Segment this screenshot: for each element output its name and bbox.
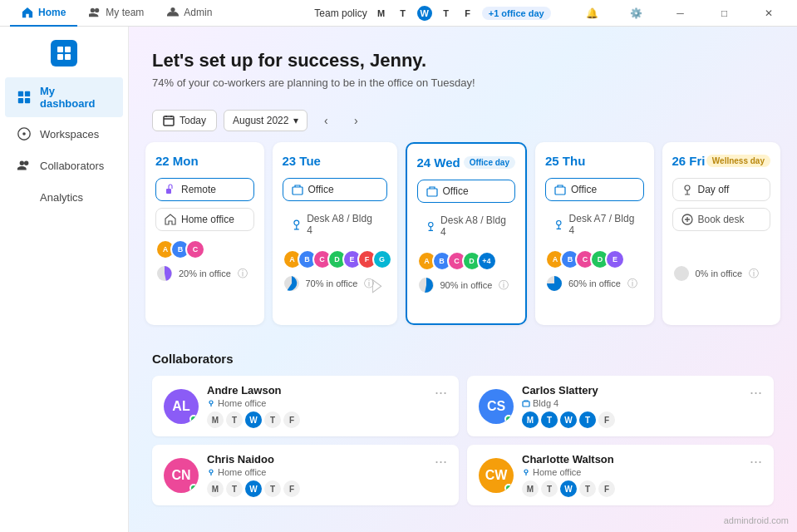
watermark: admindroid.com bbox=[724, 515, 789, 525]
main-content: Let's set up for success, Jenny. 74% of … bbox=[129, 27, 797, 532]
notification-icon[interactable]: 🔔 bbox=[573, 0, 611, 27]
cursor-icon-tue: ▷ bbox=[371, 274, 381, 296]
svg-point-25 bbox=[209, 401, 213, 404]
day-T-carlos: T bbox=[541, 411, 558, 428]
location-office-tue[interactable]: Office bbox=[283, 178, 387, 201]
pct-label-wed: 90% in office bbox=[440, 280, 493, 290]
settings-icon[interactable]: ⚙️ bbox=[617, 0, 655, 27]
day-label-thu: 25 Thu bbox=[545, 154, 585, 168]
tab-myteam[interactable]: My team bbox=[77, 0, 155, 27]
avatars-mon: A B C bbox=[155, 239, 254, 259]
day-T2-charlotte: T bbox=[579, 480, 596, 497]
sidebar-item-collaborators[interactable]: Collaborators bbox=[5, 150, 123, 180]
location-icon-carlos bbox=[522, 399, 530, 407]
svg-point-27 bbox=[209, 470, 213, 473]
book-desk-fri[interactable]: Book desk bbox=[672, 208, 771, 231]
day-F-charlotte: F bbox=[598, 480, 615, 497]
day-T-charlotte: T bbox=[541, 480, 558, 497]
minimize-button[interactable]: ─ bbox=[662, 0, 699, 27]
svg-rect-7 bbox=[25, 98, 30, 103]
avatar-carlos: CS bbox=[479, 389, 514, 424]
tab-home[interactable]: Home bbox=[10, 0, 77, 27]
day-header-tue: 23 Tue bbox=[283, 154, 387, 168]
more-options-charlotte[interactable]: ··· bbox=[750, 453, 762, 470]
policy-label: Team policy bbox=[314, 7, 367, 19]
collab-name-andre: Andre Lawson bbox=[207, 384, 426, 397]
wellness-day-badge-fri: Wellness day bbox=[706, 155, 770, 167]
sidebar-item-workspaces[interactable]: Workspaces bbox=[5, 119, 123, 149]
tab-home-label: Home bbox=[38, 7, 66, 18]
day-card-mon: 22 Mon Remote Home office A B C bbox=[145, 142, 264, 325]
svg-point-17 bbox=[428, 222, 432, 226]
day-M-charlotte: M bbox=[522, 480, 539, 497]
location-home-office[interactable]: Home office bbox=[155, 208, 254, 231]
page-subtitle: 74% of your co-workers are planning to b… bbox=[152, 76, 774, 89]
day-num-tue: 23 bbox=[283, 154, 297, 168]
info-icon-wed[interactable]: ⓘ bbox=[499, 278, 509, 293]
today-button[interactable]: Today bbox=[152, 110, 217, 131]
tab-admin[interactable]: Admin bbox=[155, 0, 224, 27]
location-icon-charlotte bbox=[522, 468, 530, 476]
svg-point-28 bbox=[524, 470, 528, 473]
day-T-chris: T bbox=[226, 480, 243, 497]
app-logo bbox=[51, 40, 77, 66]
month-selector[interactable]: August 2022 ▾ bbox=[224, 110, 307, 131]
day-W-andre: W bbox=[245, 411, 262, 428]
info-icon-mon[interactable]: ⓘ bbox=[238, 267, 248, 281]
chevron-down-icon: ▾ bbox=[293, 115, 298, 126]
avatar-andre: AL bbox=[164, 389, 199, 424]
svg-rect-10 bbox=[164, 116, 174, 126]
location-dayoff-fri[interactable]: Day off bbox=[672, 178, 771, 201]
office-pct-fri: 0% in office ⓘ bbox=[672, 264, 771, 283]
sidebar-item-analytics[interactable]: Analytics bbox=[5, 182, 123, 212]
collab-card-andre: AL Andre Lawson Home office M T W bbox=[152, 376, 459, 436]
sidebar-item-dashboard[interactable]: My dashboard bbox=[5, 77, 123, 117]
tab-myteam-label: My team bbox=[106, 7, 144, 18]
location-office-thu[interactable]: Office bbox=[545, 178, 644, 201]
svg-point-20 bbox=[557, 220, 561, 224]
day-T2: T bbox=[439, 6, 454, 21]
sidebar-workspaces-label: Workspaces bbox=[40, 128, 99, 140]
collab-card-charlotte: CW Charlotte Waltson Home office M T W bbox=[467, 445, 774, 505]
day-M: M bbox=[374, 6, 389, 21]
office-pct-wed: 90% in office ⓘ bbox=[417, 276, 516, 294]
day-card-thu: 25 Thu Office Desk A7 / Bldg 4 A B C D E bbox=[535, 142, 654, 325]
collab-loc-andre: Home office bbox=[207, 398, 426, 408]
day-M-chris: M bbox=[207, 480, 224, 497]
avatar-chris: CN bbox=[164, 458, 199, 493]
day-W-charlotte: W bbox=[560, 480, 577, 497]
collab-loc-charlotte: Home office bbox=[522, 467, 741, 477]
avatar-count-wed: +4 bbox=[477, 251, 497, 271]
collab-name-carlos: Carlos Slattery bbox=[522, 384, 741, 397]
more-options-chris[interactable]: ··· bbox=[435, 453, 447, 470]
more-options-andre[interactable]: ··· bbox=[435, 384, 447, 401]
info-icon-thu[interactable]: ⓘ bbox=[627, 277, 637, 291]
location-office-wed[interactable]: Office bbox=[417, 180, 516, 203]
collab-days-chris: M T W T F bbox=[207, 480, 426, 497]
prev-arrow[interactable]: ‹ bbox=[314, 109, 337, 132]
collab-days-carlos: M T W T F bbox=[522, 411, 741, 428]
next-arrow[interactable]: › bbox=[344, 109, 367, 132]
office-day-badge: +1 office day bbox=[482, 7, 551, 20]
day-T: T bbox=[396, 6, 411, 21]
main-header: Let's set up for success, Jenny. 74% of … bbox=[129, 27, 797, 102]
maximize-button[interactable]: □ bbox=[706, 0, 743, 27]
month-label: August 2022 bbox=[233, 115, 288, 126]
svg-rect-3 bbox=[65, 54, 71, 60]
desk-label-tue: Desk A8 / Bldg 4 bbox=[307, 213, 378, 236]
sidebar-analytics-label: Analytics bbox=[40, 191, 83, 204]
app-body: My dashboard Workspaces Collaborators An… bbox=[0, 27, 797, 532]
more-options-carlos[interactable]: ··· bbox=[750, 384, 762, 401]
pie-chart-tue bbox=[283, 274, 301, 293]
day-T2-carlos: T bbox=[579, 411, 596, 428]
close-button[interactable]: ✕ bbox=[750, 0, 787, 27]
avatar: C bbox=[185, 239, 205, 259]
day-label-tue: 23 Tue bbox=[283, 154, 321, 168]
tab-admin-label: Admin bbox=[184, 7, 212, 18]
location-remote[interactable]: Remote bbox=[155, 178, 254, 201]
collab-days-andre: M T W T F bbox=[207, 411, 426, 428]
status-dot-chris bbox=[189, 484, 198, 492]
collab-loc-chris: Home office bbox=[207, 467, 426, 477]
info-icon-fri[interactable]: ⓘ bbox=[749, 267, 759, 281]
pct-label-tue: 70% in office bbox=[306, 278, 358, 288]
